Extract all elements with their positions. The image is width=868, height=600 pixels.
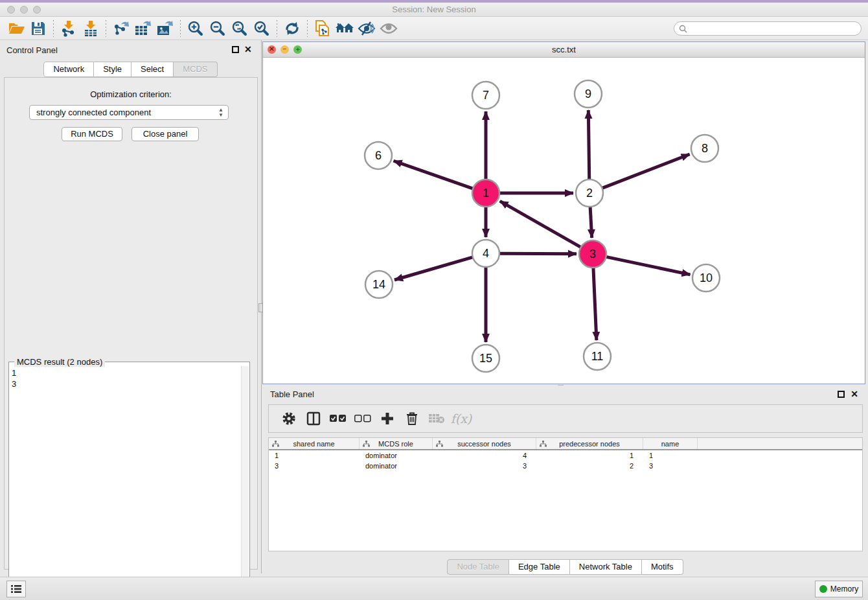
eye-icon[interactable]: [378, 19, 400, 38]
svg-text:10: 10: [700, 271, 713, 284]
window-close-button[interactable]: [7, 6, 15, 14]
tab-select[interactable]: Select: [131, 62, 174, 77]
import-network-icon[interactable]: [58, 19, 80, 38]
graph-node-3[interactable]: 3: [579, 240, 606, 268]
column-header-shared-name[interactable]: shared name: [269, 438, 360, 449]
plus-icon[interactable]: [375, 409, 400, 428]
export-image-icon[interactable]: [154, 19, 176, 38]
zoom-selected-icon[interactable]: [251, 19, 273, 38]
column-header-MCDS-role[interactable]: MCDS role: [360, 438, 433, 449]
table-cell[interactable]: dominator: [360, 450, 433, 461]
memory-button[interactable]: Memory: [815, 581, 863, 597]
graph-edge-3-11[interactable]: [593, 268, 597, 340]
task-history-button[interactable]: [6, 581, 26, 597]
table-cell[interactable]: 3: [433, 461, 536, 471]
network-minimize-button[interactable]: −: [280, 45, 289, 54]
graph-edge-3-10[interactable]: [606, 257, 691, 274]
graph-edge-3-1[interactable]: [500, 201, 581, 247]
table-cell[interactable]: 3: [269, 461, 360, 471]
graph-node-4[interactable]: 4: [472, 240, 499, 267]
window-zoom-button[interactable]: [33, 6, 41, 14]
open-folder-icon[interactable]: [5, 19, 27, 38]
table-row[interactable]: 1dominator411: [269, 450, 862, 461]
gear-icon[interactable]: [277, 409, 301, 428]
tab-node-table[interactable]: Node Table: [447, 559, 509, 575]
close-panel-button[interactable]: Close panel: [131, 127, 199, 141]
table-row[interactable]: 3dominator323: [269, 461, 862, 471]
graph-edge-1-6[interactable]: [394, 161, 474, 189]
svg-text:11: 11: [591, 350, 604, 363]
graph-node-2[interactable]: 2: [576, 179, 603, 207]
svg-text:9: 9: [585, 87, 591, 100]
column-header-name[interactable]: name: [643, 438, 698, 449]
graph-edge-4-14[interactable]: [394, 257, 473, 280]
close-table-panel-icon[interactable]: ✕: [851, 389, 858, 399]
graph-node-14[interactable]: 14: [365, 271, 393, 298]
zoom-fit-icon[interactable]: [229, 19, 251, 38]
tab-motifs[interactable]: Motifs: [642, 559, 683, 575]
tab-edge-table[interactable]: Edge Table: [509, 559, 570, 575]
svg-text:1: 1: [483, 187, 489, 200]
tab-style[interactable]: Style: [94, 62, 131, 77]
table-toolbar: f(x): [268, 404, 863, 433]
search-field[interactable]: [674, 21, 862, 36]
export-network-icon[interactable]: [110, 19, 132, 38]
export-table-icon[interactable]: [132, 19, 154, 38]
graph-node-9[interactable]: 9: [575, 80, 602, 108]
refresh-icon[interactable]: [281, 19, 303, 38]
network-canvas[interactable]: 7968124314101511: [263, 58, 865, 384]
eye-slash-icon[interactable]: [356, 19, 378, 38]
houses-icon[interactable]: [334, 19, 356, 38]
graph-edge-4-3[interactable]: [499, 253, 577, 254]
table-cell[interactable]: 1: [536, 450, 643, 461]
graph-node-11[interactable]: 11: [584, 343, 611, 370]
table-cell[interactable]: 4: [433, 450, 536, 461]
checked-boxes-icon[interactable]: [326, 409, 350, 428]
graph-node-6[interactable]: 6: [365, 142, 392, 169]
zoom-in-icon[interactable]: [185, 19, 207, 38]
network-maximize-button[interactable]: ＋: [293, 45, 302, 54]
unchecked-boxes-icon[interactable]: [350, 409, 375, 428]
table-tabs: Node TableEdge TableNetwork TableMotifs: [262, 559, 868, 575]
fx-icon[interactable]: f(x): [451, 411, 472, 426]
graph-edge-2-9[interactable]: [588, 110, 589, 179]
table-cell[interactable]: 3: [643, 461, 698, 471]
delete-table-icon[interactable]: [424, 409, 449, 428]
criterion-select[interactable]: strongly connected component ▲▼: [29, 105, 229, 120]
graph-node-15[interactable]: 15: [472, 345, 499, 372]
table-cell[interactable]: 2: [536, 461, 643, 471]
close-panel-icon[interactable]: ✕: [244, 44, 252, 54]
tab-mcds[interactable]: MCDS: [174, 62, 217, 77]
zoom-out-icon[interactable]: [207, 19, 229, 38]
mcds-tab-content: Optimization criterion: strongly connect…: [4, 77, 258, 570]
graph-node-8[interactable]: 8: [691, 135, 718, 162]
table-cell[interactable]: dominator: [360, 461, 433, 471]
table-cell[interactable]: 1: [643, 450, 698, 461]
graph-edge-2-8[interactable]: [602, 154, 690, 188]
control-panel: Control Panel ✕ NetworkStyleSelectMCDS O…: [0, 40, 262, 573]
run-mcds-button[interactable]: Run MCDS: [62, 127, 122, 141]
graph-node-10[interactable]: 10: [692, 264, 720, 292]
float-panel-icon[interactable]: [232, 46, 239, 53]
control-panel-title: Control Panel: [6, 45, 58, 55]
network-window-titlebar[interactable]: ✕ − ＋ scc.txt: [263, 42, 865, 58]
column-header-predecessor-nodes[interactable]: predecessor nodes: [536, 438, 643, 449]
columns-icon[interactable]: [301, 409, 326, 428]
tab-network[interactable]: Network: [43, 62, 94, 77]
table-cell[interactable]: 1: [269, 450, 360, 461]
tab-network-table[interactable]: Network Table: [570, 559, 642, 575]
network-close-button[interactable]: ✕: [268, 45, 276, 54]
graph-edge-2-3[interactable]: [590, 207, 592, 238]
svg-text:7: 7: [483, 89, 489, 102]
window-minimize-button[interactable]: [20, 6, 28, 14]
result-scrollbar[interactable]: [241, 366, 249, 600]
trash-icon[interactable]: [400, 409, 424, 428]
import-table-icon[interactable]: [80, 19, 102, 38]
float-table-panel-icon[interactable]: [838, 391, 845, 398]
search-input[interactable]: [687, 24, 861, 33]
column-header-successor-nodes[interactable]: successor nodes: [433, 438, 536, 449]
graph-node-1[interactable]: 1: [472, 179, 499, 207]
copy-network-icon[interactable]: [312, 19, 334, 38]
graph-node-7[interactable]: 7: [472, 82, 499, 109]
save-icon[interactable]: [27, 19, 49, 38]
